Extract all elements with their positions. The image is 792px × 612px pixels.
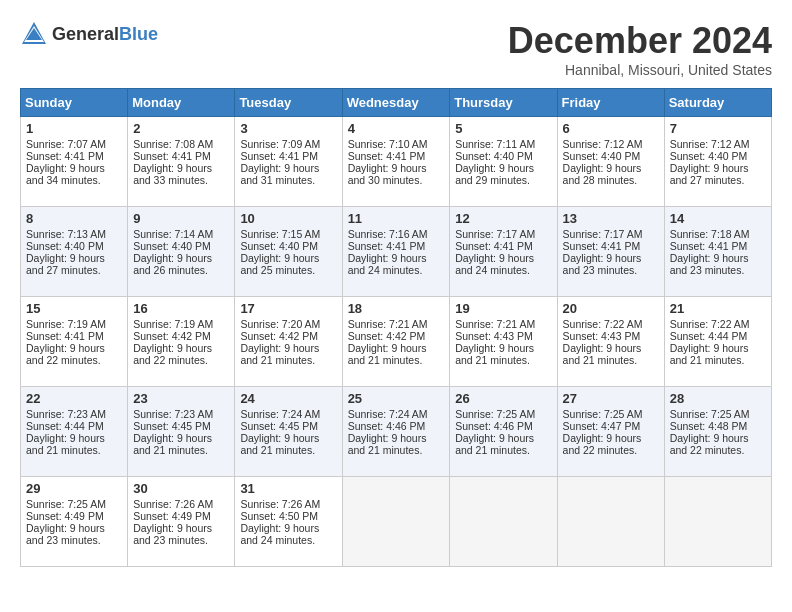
daylight: Daylight: 9 hours and 23 minutes.	[670, 252, 749, 276]
title-area: December 2024 Hannibal, Missouri, United…	[508, 20, 772, 78]
day-number: 21	[670, 301, 766, 316]
calendar-cell: 12 Sunrise: 7:17 AM Sunset: 4:41 PM Dayl…	[450, 207, 557, 297]
daylight: Daylight: 9 hours and 34 minutes.	[26, 162, 105, 186]
daylight: Daylight: 9 hours and 21 minutes.	[670, 342, 749, 366]
day-number: 23	[133, 391, 229, 406]
daylight: Daylight: 9 hours and 21 minutes.	[240, 432, 319, 456]
daylight: Daylight: 9 hours and 23 minutes.	[133, 522, 212, 546]
day-number: 29	[26, 481, 122, 496]
calendar-cell: 24 Sunrise: 7:24 AM Sunset: 4:45 PM Dayl…	[235, 387, 342, 477]
sunrise: Sunrise: 7:10 AM	[348, 138, 428, 150]
daylight: Daylight: 9 hours and 22 minutes.	[563, 432, 642, 456]
daylight: Daylight: 9 hours and 22 minutes.	[133, 342, 212, 366]
daylight: Daylight: 9 hours and 22 minutes.	[26, 342, 105, 366]
logo-icon	[20, 20, 48, 48]
calendar: SundayMondayTuesdayWednesdayThursdayFrid…	[20, 88, 772, 567]
calendar-week-row: 8 Sunrise: 7:13 AM Sunset: 4:40 PM Dayli…	[21, 207, 772, 297]
day-number: 11	[348, 211, 445, 226]
sunrise: Sunrise: 7:25 AM	[670, 408, 750, 420]
logo-text-blue: Blue	[119, 24, 158, 45]
day-number: 18	[348, 301, 445, 316]
day-number: 3	[240, 121, 336, 136]
calendar-header-friday: Friday	[557, 89, 664, 117]
calendar-cell: 21 Sunrise: 7:22 AM Sunset: 4:44 PM Dayl…	[664, 297, 771, 387]
sunset: Sunset: 4:48 PM	[670, 420, 748, 432]
day-number: 27	[563, 391, 659, 406]
daylight: Daylight: 9 hours and 23 minutes.	[26, 522, 105, 546]
calendar-cell: 1 Sunrise: 7:07 AM Sunset: 4:41 PM Dayli…	[21, 117, 128, 207]
sunrise: Sunrise: 7:21 AM	[455, 318, 535, 330]
calendar-cell: 25 Sunrise: 7:24 AM Sunset: 4:46 PM Dayl…	[342, 387, 450, 477]
sunrise: Sunrise: 7:15 AM	[240, 228, 320, 240]
sunrise: Sunrise: 7:26 AM	[133, 498, 213, 510]
sunrise: Sunrise: 7:25 AM	[563, 408, 643, 420]
day-number: 24	[240, 391, 336, 406]
day-number: 14	[670, 211, 766, 226]
sunset: Sunset: 4:49 PM	[133, 510, 211, 522]
sunrise: Sunrise: 7:22 AM	[563, 318, 643, 330]
sunrise: Sunrise: 7:24 AM	[240, 408, 320, 420]
calendar-cell: 26 Sunrise: 7:25 AM Sunset: 4:46 PM Dayl…	[450, 387, 557, 477]
sunrise: Sunrise: 7:17 AM	[455, 228, 535, 240]
sunset: Sunset: 4:41 PM	[563, 240, 641, 252]
calendar-cell: 18 Sunrise: 7:21 AM Sunset: 4:42 PM Dayl…	[342, 297, 450, 387]
daylight: Daylight: 9 hours and 24 minutes.	[240, 522, 319, 546]
sunrise: Sunrise: 7:18 AM	[670, 228, 750, 240]
calendar-cell: 14 Sunrise: 7:18 AM Sunset: 4:41 PM Dayl…	[664, 207, 771, 297]
calendar-cell	[557, 477, 664, 567]
daylight: Daylight: 9 hours and 21 minutes.	[455, 342, 534, 366]
sunrise: Sunrise: 7:16 AM	[348, 228, 428, 240]
calendar-header-tuesday: Tuesday	[235, 89, 342, 117]
day-number: 5	[455, 121, 551, 136]
calendar-cell: 16 Sunrise: 7:19 AM Sunset: 4:42 PM Dayl…	[128, 297, 235, 387]
sunset: Sunset: 4:40 PM	[26, 240, 104, 252]
calendar-cell: 29 Sunrise: 7:25 AM Sunset: 4:49 PM Dayl…	[21, 477, 128, 567]
calendar-header-monday: Monday	[128, 89, 235, 117]
sunrise: Sunrise: 7:12 AM	[563, 138, 643, 150]
calendar-cell: 22 Sunrise: 7:23 AM Sunset: 4:44 PM Dayl…	[21, 387, 128, 477]
day-number: 31	[240, 481, 336, 496]
calendar-cell: 13 Sunrise: 7:17 AM Sunset: 4:41 PM Dayl…	[557, 207, 664, 297]
sunset: Sunset: 4:40 PM	[133, 240, 211, 252]
sunset: Sunset: 4:41 PM	[348, 150, 426, 162]
sunset: Sunset: 4:41 PM	[240, 150, 318, 162]
sunset: Sunset: 4:42 PM	[240, 330, 318, 342]
calendar-cell: 3 Sunrise: 7:09 AM Sunset: 4:41 PM Dayli…	[235, 117, 342, 207]
sunrise: Sunrise: 7:08 AM	[133, 138, 213, 150]
sunrise: Sunrise: 7:07 AM	[26, 138, 106, 150]
daylight: Daylight: 9 hours and 21 minutes.	[455, 432, 534, 456]
calendar-cell: 8 Sunrise: 7:13 AM Sunset: 4:40 PM Dayli…	[21, 207, 128, 297]
calendar-cell: 2 Sunrise: 7:08 AM Sunset: 4:41 PM Dayli…	[128, 117, 235, 207]
sunrise: Sunrise: 7:20 AM	[240, 318, 320, 330]
daylight: Daylight: 9 hours and 31 minutes.	[240, 162, 319, 186]
day-number: 1	[26, 121, 122, 136]
day-number: 26	[455, 391, 551, 406]
sunset: Sunset: 4:40 PM	[563, 150, 641, 162]
calendar-cell: 19 Sunrise: 7:21 AM Sunset: 4:43 PM Dayl…	[450, 297, 557, 387]
daylight: Daylight: 9 hours and 21 minutes.	[563, 342, 642, 366]
day-number: 8	[26, 211, 122, 226]
sunrise: Sunrise: 7:17 AM	[563, 228, 643, 240]
daylight: Daylight: 9 hours and 21 minutes.	[348, 432, 427, 456]
day-number: 28	[670, 391, 766, 406]
sunrise: Sunrise: 7:24 AM	[348, 408, 428, 420]
daylight: Daylight: 9 hours and 24 minutes.	[455, 252, 534, 276]
day-number: 7	[670, 121, 766, 136]
sunset: Sunset: 4:41 PM	[26, 330, 104, 342]
calendar-cell: 7 Sunrise: 7:12 AM Sunset: 4:40 PM Dayli…	[664, 117, 771, 207]
day-number: 12	[455, 211, 551, 226]
sunrise: Sunrise: 7:19 AM	[26, 318, 106, 330]
sunrise: Sunrise: 7:09 AM	[240, 138, 320, 150]
daylight: Daylight: 9 hours and 30 minutes.	[348, 162, 427, 186]
day-number: 22	[26, 391, 122, 406]
sunset: Sunset: 4:45 PM	[133, 420, 211, 432]
sunrise: Sunrise: 7:14 AM	[133, 228, 213, 240]
sunset: Sunset: 4:43 PM	[455, 330, 533, 342]
day-number: 6	[563, 121, 659, 136]
day-number: 9	[133, 211, 229, 226]
sunset: Sunset: 4:50 PM	[240, 510, 318, 522]
calendar-cell: 30 Sunrise: 7:26 AM Sunset: 4:49 PM Dayl…	[128, 477, 235, 567]
day-number: 19	[455, 301, 551, 316]
day-number: 20	[563, 301, 659, 316]
day-number: 16	[133, 301, 229, 316]
